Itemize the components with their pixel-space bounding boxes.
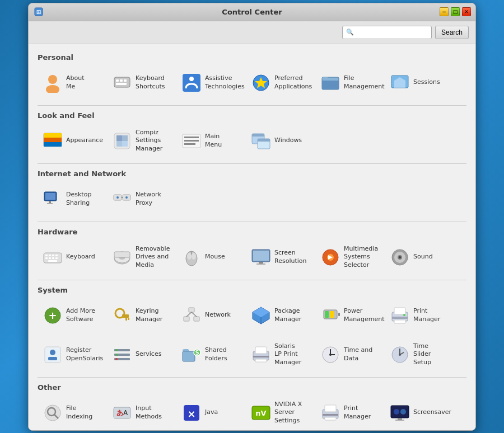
solaris-lp-icon [251, 345, 271, 365]
svg-rect-78 [189, 308, 194, 312]
svg-rect-6 [120, 79, 123, 82]
divider-2 [38, 163, 466, 164]
item-time-and-data[interactable]: Time andData [315, 338, 382, 371]
item-windows[interactable]: Windows [246, 124, 313, 158]
svg-rect-28 [184, 140, 199, 142]
item-appearance-label: Appearance [66, 137, 103, 144]
svg-rect-50 [52, 257, 54, 259]
item-desktop-sharing[interactable]: DesktopSharing [38, 182, 105, 216]
search-box: 🔍 [342, 26, 432, 39]
shared-folders-icon: S [181, 345, 202, 365]
svg-rect-45 [49, 255, 51, 256]
item-package-manager[interactable]: PackageManager [246, 299, 313, 332]
svg-text:⊞: ⊞ [36, 9, 41, 15]
section-system-items-2: RegisterOpenSolaris Services [38, 338, 466, 371]
section-hardware-label: Hardware [38, 228, 466, 236]
item-file-management-label: FileManagement [344, 74, 384, 91]
item-mouse-label: Mouse [205, 253, 225, 261]
item-shared-folders[interactable]: S SharedFolders [176, 338, 244, 371]
svg-rect-137 [395, 420, 404, 421]
multimedia-selector-icon [320, 247, 340, 267]
section-system-label: System [38, 286, 466, 294]
item-services-label: Services [136, 350, 161, 358]
person-icon [43, 73, 63, 93]
item-mouse[interactable]: Mouse [176, 241, 244, 274]
svg-rect-46 [52, 255, 54, 256]
item-print-manager2[interactable]: PrintManager [315, 396, 382, 430]
services-icon [112, 345, 132, 365]
svg-rect-25 [122, 141, 128, 147]
item-removable-drives[interactable]: RemovableDrives andMedia [107, 241, 174, 274]
appearance-icon [43, 131, 63, 151]
close-button[interactable]: ✕ [462, 7, 471, 16]
item-time-slider[interactable]: TimeSliderSetup [385, 338, 452, 371]
window-controls: − □ ✕ [440, 7, 471, 16]
item-print-manager[interactable]: PrintManager [385, 299, 452, 332]
svg-rect-77 [128, 318, 129, 320]
search-icon: 🔍 [346, 29, 354, 36]
titlebar-left: ⊞ [33, 6, 46, 17]
item-main-menu-label: MainMenu [205, 133, 222, 149]
svg-rect-22 [116, 135, 122, 141]
desktop-sharing-icon [43, 189, 63, 209]
item-power-management[interactable]: PowerManagement [315, 299, 382, 332]
item-network[interactable]: Network [176, 299, 244, 332]
item-compiz[interactable]: CompizSettingsManager [107, 124, 174, 158]
svg-rect-44 [45, 255, 48, 256]
package-manager-icon [251, 305, 271, 326]
item-screen-resolution-label: ScreenResolution [274, 249, 306, 265]
svg-rect-88 [330, 311, 334, 318]
minimize-button[interactable]: − [440, 7, 449, 16]
item-appearance[interactable]: Appearance [38, 124, 105, 158]
item-nvidia-x-label: NVIDIA XServerSettings [274, 401, 302, 425]
item-input-methods[interactable]: あ A InputMethods [107, 396, 174, 430]
item-file-indexing[interactable]: FileIndexing [38, 396, 105, 430]
toolbar: 🔍 Search [29, 21, 475, 44]
item-network-proxy[interactable]: NetworkProxy [107, 182, 174, 216]
svg-rect-5 [116, 79, 119, 82]
svg-rect-47 [55, 255, 58, 256]
item-input-methods-label: InputMethods [136, 404, 162, 421]
item-java[interactable]: × Java [176, 396, 244, 430]
search-button[interactable]: Search [435, 26, 469, 39]
item-add-more-software[interactable]: + Add MoreSoftware [38, 299, 105, 332]
svg-rect-56 [114, 252, 130, 257]
item-keyring-manager[interactable]: KeyringManager [107, 299, 174, 332]
nvidia-x-icon: nV [251, 403, 271, 423]
maximize-button[interactable]: □ [451, 7, 460, 16]
item-assistive-tech[interactable]: AssistiveTechnologies [176, 66, 244, 100]
item-preferred-apps[interactable]: PreferredApplications [246, 66, 313, 100]
svg-rect-18 [44, 133, 62, 138]
svg-rect-80 [194, 317, 199, 321]
svg-point-60 [192, 253, 196, 260]
item-services[interactable]: Services [107, 338, 174, 371]
item-screen-resolution[interactable]: ScreenResolution [246, 241, 313, 274]
item-sessions[interactable]: Sessions [385, 66, 452, 100]
item-register-opensolaris[interactable]: RegisterOpenSolaris [38, 338, 105, 371]
item-main-menu[interactable]: MainMenu [176, 124, 244, 158]
compiz-icon [112, 131, 132, 151]
svg-rect-20 [44, 142, 62, 147]
item-screensaver[interactable]: Screensaver [385, 396, 452, 430]
item-about-me[interactable]: AboutMe [38, 66, 105, 100]
item-multimedia-selector[interactable]: MultimediaSystemsSelector [315, 241, 382, 274]
search-input[interactable] [356, 29, 428, 36]
main-window: ⊞ Control Center − □ ✕ 🔍 Search Personal [28, 3, 476, 431]
item-time-slider-label: TimeSliderSetup [413, 342, 431, 366]
section-other-label: Other [38, 383, 466, 392]
svg-point-114 [329, 354, 332, 356]
item-register-opensolaris-label: RegisterOpenSolaris [66, 346, 103, 363]
item-nvidia-x[interactable]: nV NVIDIA XServerSettings [246, 396, 313, 430]
svg-rect-130 [325, 405, 336, 412]
keyboard-icon [43, 247, 63, 267]
item-sound[interactable]: Sound [385, 241, 452, 274]
svg-rect-132 [325, 417, 336, 420]
item-solaris-lp[interactable]: SolarisLP PrintManager [246, 338, 313, 371]
svg-rect-97 [48, 357, 57, 360]
item-keyboard-shortcuts[interactable]: KeyboardShortcuts [107, 66, 174, 100]
divider-4 [38, 280, 466, 280]
item-keyboard[interactable]: Keyboard [38, 241, 105, 274]
main-menu-icon [181, 131, 202, 151]
item-file-management[interactable]: FileManagement [315, 66, 382, 100]
svg-rect-7 [124, 79, 127, 82]
